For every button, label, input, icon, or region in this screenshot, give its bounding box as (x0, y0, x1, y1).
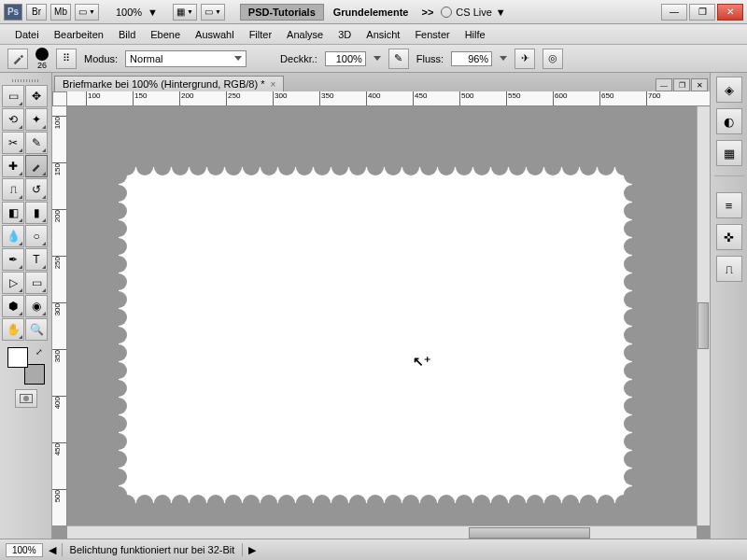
doc-close-button[interactable]: ✕ (691, 78, 708, 91)
healing-tool[interactable]: ✚ (2, 155, 24, 177)
tablet-size-button[interactable]: ◎ (543, 49, 563, 69)
menu-3d[interactable]: 3D (331, 29, 359, 40)
airbrush-button[interactable]: ✈ (514, 49, 535, 69)
brush-preset-picker[interactable]: 26 (35, 48, 49, 70)
doc-minimize-button[interactable]: — (655, 78, 672, 91)
stamp-tool[interactable]: ⎍ (2, 178, 24, 201)
layers-panel-icon[interactable]: ◈ (716, 77, 742, 103)
canvas-viewport[interactable]: ↖⁺ (67, 106, 697, 525)
type-tool[interactable]: T (25, 248, 48, 271)
gradient-tool[interactable]: ▮ (25, 202, 48, 224)
swatches-panel-icon[interactable]: ▦ (716, 140, 742, 166)
menu-bar: Datei Bearbeiten Bild Ebene Auswahl Filt… (0, 24, 747, 45)
move-cursor-icon: ↖⁺ (413, 354, 430, 369)
workspace-psd-tutorials[interactable]: PSD-Tutorials (240, 4, 324, 21)
workspace-more-icon[interactable]: >> (417, 7, 437, 18)
close-button[interactable]: ✕ (717, 4, 743, 21)
maximize-button[interactable]: ❐ (689, 4, 715, 21)
menu-filter[interactable]: Filter (242, 29, 279, 40)
opacity-flyout-icon[interactable] (374, 56, 381, 61)
flow-input[interactable] (451, 51, 492, 66)
document-tab[interactable]: Briefmarke bei 100% (Hintergrund, RGB/8)… (54, 76, 284, 91)
scrollbar-thumb[interactable] (469, 527, 590, 539)
color-swatches[interactable]: ⤢ (7, 347, 45, 385)
menu-fenster[interactable]: Fenster (407, 29, 457, 40)
vertical-scrollbar[interactable] (697, 106, 710, 525)
lasso-tool[interactable]: ⟲ (2, 108, 24, 131)
mode-select[interactable]: Normal (125, 50, 247, 67)
eyedropper-tool[interactable]: ✎ (25, 132, 48, 154)
pen-tool[interactable]: ✒ (2, 248, 24, 271)
brush-panel-toggle[interactable]: ⠿ (56, 49, 77, 69)
move-tool[interactable]: ✥ (25, 85, 48, 107)
zoom-tool[interactable]: 🔍 (25, 318, 48, 341)
zoom-display[interactable]: 100% (114, 7, 144, 18)
arrange-button[interactable]: ▦▼ (173, 4, 197, 21)
flow-label: Fluss: (416, 53, 444, 64)
ruler-origin[interactable] (52, 91, 67, 106)
toolbox: ▭ ✥ ⟲ ✦ ✂ ✎ ✚ ⎍ ↺ ◧ ▮ 💧 ○ ✒ T (0, 73, 52, 539)
opacity-input[interactable] (325, 51, 366, 66)
3d-camera-tool[interactable]: ◉ (25, 295, 48, 317)
document-tab-bar: Briefmarke bei 100% (Hintergrund, RGB/8)… (52, 73, 710, 91)
marquee-tool[interactable]: ▭ (2, 85, 24, 107)
shape-tool[interactable]: ▭ (25, 272, 48, 294)
eraser-tool[interactable]: ◧ (2, 202, 24, 224)
tool-preset-icon[interactable] (7, 49, 28, 69)
document-area: Briefmarke bei 100% (Hintergrund, RGB/8)… (52, 73, 710, 539)
menu-bild[interactable]: Bild (111, 29, 143, 40)
work-area: ▭ ✥ ⟲ ✦ ✂ ✎ ✚ ⎍ ↺ ◧ ▮ 💧 ○ ✒ T (0, 73, 747, 539)
magic-wand-tool[interactable]: ✦ (25, 108, 48, 131)
menu-ebene[interactable]: Ebene (143, 29, 188, 40)
vertical-ruler[interactable]: 100150200250300350400450500 (52, 106, 67, 525)
extras-button[interactable]: ▭▼ (201, 4, 225, 21)
path-select-tool[interactable]: ▷ (2, 272, 24, 294)
zoom-dropdown-icon[interactable]: ▼ (148, 7, 158, 18)
hand-tool[interactable]: ✋ (2, 318, 24, 341)
menu-auswahl[interactable]: Auswahl (188, 29, 242, 40)
menu-bearbeiten[interactable]: Bearbeiten (47, 29, 111, 40)
horizontal-ruler[interactable]: 100150200250300350400450500550600650700 (67, 91, 710, 106)
menu-hilfe[interactable]: Hilfe (458, 29, 493, 40)
brush-panel-icon[interactable]: ⎍ (716, 256, 742, 282)
brush-tool[interactable] (25, 155, 48, 177)
toolbox-handle[interactable] (2, 77, 49, 84)
horizontal-scrollbar[interactable] (67, 525, 697, 539)
doc-restore-button[interactable]: ❐ (673, 78, 690, 91)
brush-dot-icon (35, 48, 49, 61)
mode-label: Modus: (84, 53, 118, 64)
menu-analyse[interactable]: Analyse (279, 29, 331, 40)
screen-mode-button[interactable]: ▭▼ (75, 4, 99, 21)
status-message-text: Belichtung funktioniert nur bei 32-Bit (70, 544, 235, 555)
brush-size-label: 26 (37, 61, 47, 70)
scrollbar-thumb[interactable] (698, 302, 709, 349)
mode-value: Normal (130, 53, 162, 64)
cs-live-button[interactable]: CS Live▼ (441, 7, 505, 18)
minimize-button[interactable]: — (661, 4, 687, 21)
3d-tool[interactable]: ⬢ (2, 295, 24, 317)
minibridge-button[interactable]: Mb (50, 4, 71, 21)
status-message: Belichtung funktioniert nur bei 32-Bit (62, 543, 244, 556)
dodge-tool[interactable]: ○ (25, 225, 48, 247)
history-brush-tool[interactable]: ↺ (25, 178, 48, 201)
workspace-grundelemente[interactable]: Grundelemente (328, 5, 415, 20)
status-nav-right-icon[interactable]: ▶ (248, 544, 256, 556)
bridge-button[interactable]: Br (26, 4, 47, 21)
status-zoom[interactable]: 100% (6, 543, 43, 557)
flow-flyout-icon[interactable] (500, 56, 507, 61)
menu-datei[interactable]: Datei (7, 29, 47, 40)
masks-panel-icon[interactable]: ✜ (716, 224, 742, 250)
opacity-label: Deckkr.: (280, 53, 317, 64)
foreground-swatch[interactable] (7, 347, 28, 368)
app-logo: Ps (4, 4, 22, 21)
blur-tool[interactable]: 💧 (2, 225, 24, 247)
status-nav-left-icon[interactable]: ◀ (49, 544, 56, 556)
tab-close-icon[interactable]: × (270, 79, 275, 90)
color-panel-icon[interactable]: ◐ (716, 108, 742, 134)
swap-colors-icon[interactable]: ⤢ (35, 347, 43, 357)
tablet-opacity-button[interactable]: ✎ (388, 49, 409, 69)
quick-mask-button[interactable] (15, 389, 37, 408)
menu-ansicht[interactable]: Ansicht (359, 29, 407, 40)
adjustments-panel-icon[interactable]: ≡ (716, 192, 742, 218)
crop-tool[interactable]: ✂ (2, 132, 24, 154)
